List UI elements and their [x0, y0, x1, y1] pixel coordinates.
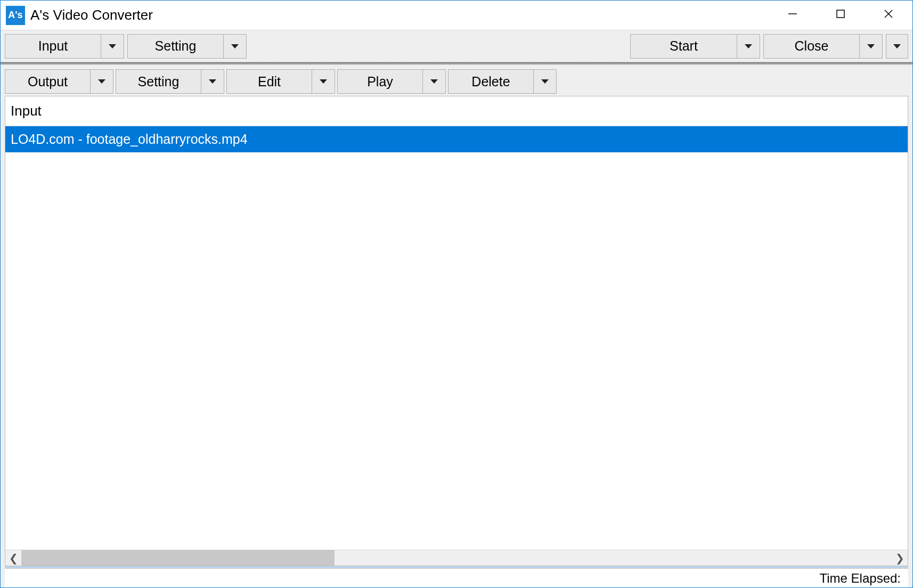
start-button[interactable]: Start — [630, 34, 760, 59]
setting-dropdown[interactable] — [224, 35, 246, 58]
titlebar: A's A's Video Converter — [1, 1, 912, 30]
edit-button[interactable]: Edit — [226, 69, 335, 94]
start-dropdown[interactable] — [737, 35, 760, 58]
input-dropdown[interactable] — [101, 35, 124, 58]
maximize-icon — [836, 9, 845, 21]
input-button-label: Input — [5, 35, 101, 58]
content-area: Output Setting Edit Play Delete Input — [1, 64, 912, 587]
chevron-down-icon — [98, 79, 105, 84]
edit-dropdown[interactable] — [312, 70, 335, 93]
close-icon — [884, 9, 893, 21]
chevron-down-icon — [867, 44, 875, 48]
secondary-toolbar: Output Setting Edit Play Delete — [5, 69, 908, 94]
svg-rect-1 — [837, 10, 844, 18]
app-window: A's A's Video Converter Input — [0, 0, 913, 588]
chevron-down-icon — [541, 79, 549, 84]
input-button[interactable]: Input — [5, 34, 124, 59]
time-elapsed-label: Time Elapsed: — [819, 571, 901, 586]
delete-dropdown[interactable] — [534, 70, 556, 93]
list-body[interactable]: LO4D.com - footage_oldharryrocks.mp4 — [5, 126, 908, 550]
chevron-down-icon — [745, 44, 752, 48]
close-dropdown[interactable] — [860, 35, 882, 58]
output-button-label: Output — [5, 70, 91, 93]
chevron-down-icon — [430, 79, 438, 84]
file-list-panel: Input LO4D.com - footage_oldharryrocks.m… — [5, 96, 908, 566]
start-button-label: Start — [631, 35, 737, 58]
setting-button[interactable]: Setting — [127, 34, 247, 59]
list-item[interactable]: LO4D.com - footage_oldharryrocks.mp4 — [5, 126, 908, 152]
scroll-thumb[interactable] — [21, 550, 335, 566]
play-button-label: Play — [338, 70, 423, 93]
scroll-track[interactable] — [21, 550, 892, 566]
close-button[interactable]: Close — [763, 34, 883, 59]
chevron-down-icon — [893, 44, 901, 48]
play-button[interactable]: Play — [337, 69, 446, 94]
window-controls — [769, 1, 912, 30]
chevron-left-icon: ❮ — [9, 552, 18, 565]
delete-button-label: Delete — [449, 70, 534, 93]
chevron-right-icon: ❯ — [895, 552, 904, 565]
scroll-right-button[interactable]: ❯ — [892, 550, 908, 566]
maximize-button[interactable] — [817, 1, 865, 30]
play-dropdown[interactable] — [423, 70, 445, 93]
chevron-down-icon — [320, 79, 327, 84]
top-toolbar: Input Setting Start Close — [1, 30, 912, 62]
horizontal-scrollbar[interactable]: ❮ ❯ — [5, 550, 908, 566]
edit-button-label: Edit — [227, 70, 312, 93]
setting2-button-label: Setting — [116, 70, 201, 93]
output-dropdown[interactable] — [91, 70, 113, 93]
output-button[interactable]: Output — [5, 69, 113, 94]
close-button-label: Close — [764, 35, 860, 58]
delete-button[interactable]: Delete — [448, 69, 557, 94]
minimize-button[interactable] — [769, 1, 817, 30]
setting2-dropdown[interactable] — [201, 70, 224, 93]
minimize-icon — [788, 9, 797, 21]
chevron-down-icon — [209, 79, 216, 84]
setting-button-label: Setting — [128, 35, 224, 58]
chevron-down-icon — [231, 44, 239, 48]
list-column-header[interactable]: Input — [5, 96, 908, 126]
status-bar: Time Elapsed: — [5, 568, 908, 587]
window-title: A's Video Converter — [30, 7, 153, 23]
close-window-button[interactable] — [865, 1, 912, 30]
scroll-left-button[interactable]: ❮ — [5, 550, 21, 566]
setting2-button[interactable]: Setting — [116, 69, 224, 94]
chevron-down-icon — [109, 44, 116, 48]
app-icon: A's — [6, 6, 25, 25]
extra-dropdown[interactable] — [886, 34, 908, 59]
